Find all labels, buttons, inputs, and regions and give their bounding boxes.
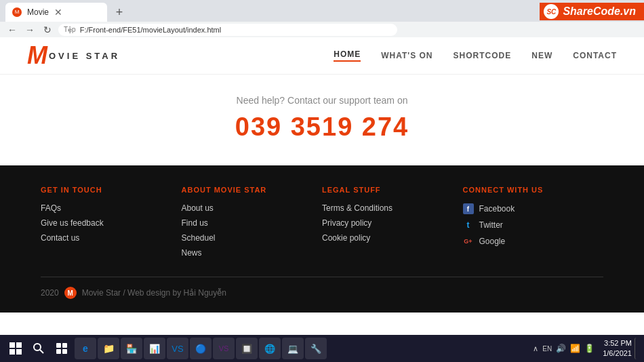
footer-copyright-text: Movie Star / Web design by Hải Nguyễn [82,288,226,298]
header: M OVIE STAR HOME WHAT'S ON SHORTCODE NEW… [0,37,644,75]
nav-home[interactable]: HOME [334,49,361,62]
start-button[interactable] [5,338,26,359]
time: 3:52 PM [603,338,632,348]
twitter-icon: t [463,220,474,230]
keyboard-icon: EN [542,345,552,353]
svg-rect-7 [62,343,67,348]
back-button[interactable]: ← [5,24,19,35]
footer-link-terms[interactable]: Terms & Conditions [322,203,463,213]
url-text: F:/Front-end/FE51/movieLayout/index.html [80,26,221,34]
taskbar-app5[interactable]: 🔲 [236,338,258,359]
task-view-button[interactable] [52,338,72,359]
facebook-label: Facebook [479,204,515,214]
logo-text: OVIE STAR [49,51,120,61]
footer-col-title-get-in-touch: GET IN TOUCH [41,186,182,194]
footer-col-title-legal: LEGAL STUFF [322,186,463,194]
footer-logo-icon: M [64,287,77,299]
date: 1/6/2021 [603,348,632,359]
browser-chrome: M Movie ✕ + ← → ↻ Tệp F:/Front-end/FE51/… [0,0,644,37]
footer-link-privacy[interactable]: Privacy policy [322,218,463,228]
footer-col-title-social: CONNECT WITH US [463,186,604,194]
url-bar[interactable]: Tệp F:/Front-end/FE51/movieLayout/index.… [58,24,397,36]
address-bar: ← → ↻ Tệp F:/Front-end/FE51/movieLayout/… [0,22,644,37]
footer-link-about-us[interactable]: About us [182,203,323,213]
battery-icon: 🔋 [584,344,595,353]
taskbar-app6[interactable]: 💻 [282,338,304,359]
facebook-icon: f [463,203,474,214]
footer-col-legal: LEGAL STUFF Terms & Conditions Privacy p… [322,186,463,263]
search-taskbar-button[interactable] [28,338,49,359]
footer-col-social: CONNECT WITH US f Facebook t Twitter G+ … [463,186,604,263]
twitter-label: Twitter [479,220,503,230]
footer-col-about: ABOUT MOVIE STAR About us Find us Schedu… [182,186,323,263]
footer-link-scheduel[interactable]: Scheduel [182,233,323,243]
svg-rect-9 [62,349,67,354]
tab-title: Movie [27,7,49,17]
nav-shortcode[interactable]: SHORTCODE [454,51,512,60]
taskbar-app1[interactable]: 📊 [144,338,165,359]
taskbar-apps: e 📁 🏪 📊 VS 🔵 VS 🔲 🌐 💻 🔧 [75,338,327,359]
footer-col-get-in-touch: GET IN TOUCH FAQs Give us feedback Conta… [41,186,182,263]
footer-link-news[interactable]: News [182,248,323,258]
svg-rect-8 [56,349,61,354]
taskbar-app4[interactable]: VS [213,338,235,359]
phone-number: 039 3519 274 [14,113,630,142]
sharecode-logo: SC [544,4,559,19]
show-desktop[interactable] [635,338,639,359]
social-twitter[interactable]: t Twitter [463,220,604,230]
sharecode-text: ShareCode.vn [563,5,636,18]
system-icons: ∧ EN 🔊 📶 🔋 [533,344,595,353]
footer-link-faqs[interactable]: FAQs [41,203,182,213]
website-content: M OVIE STAR HOME WHAT'S ON SHORTCODE NEW… [0,37,644,313]
volume-icon: 🔊 [556,344,566,353]
nav-new[interactable]: NEW [531,51,552,60]
google-label: Google [479,237,506,246]
main-nav: HOME WHAT'S ON SHORTCODE NEW CONTACT [334,49,617,62]
sharecode-badge: SC ShareCode.vn [540,3,644,20]
taskbar-app3[interactable]: 🔵 [190,338,212,359]
taskbar-edge[interactable]: e [75,338,96,359]
forward-button[interactable]: → [23,24,37,35]
taskbar-left: e 📁 🏪 📊 VS 🔵 VS 🔲 🌐 💻 🔧 [5,338,327,359]
logo: M OVIE STAR [27,43,120,68]
footer-year: 2020 [41,288,59,298]
svg-rect-3 [16,349,22,355]
svg-rect-2 [9,349,15,355]
footer-bottom: 2020 M Movie Star / Web design by Hải Ng… [41,277,603,299]
taskbar-file-explorer[interactable]: 📁 [98,338,119,359]
taskbar-app2[interactable]: VS [167,338,188,359]
taskbar-app7[interactable]: 🔧 [305,338,327,359]
support-section: Need help? Contact our support team on 0… [0,75,644,165]
network-icon: 📶 [570,344,580,353]
clock[interactable]: 3:52 PM 1/6/2021 [603,338,632,359]
tab-close-icon[interactable]: ✕ [54,7,62,18]
taskbar: e 📁 🏪 📊 VS 🔵 VS 🔲 🌐 💻 🔧 ∧ EN 🔊 📶 🔋 3:52 … [0,335,644,362]
nav-whats-on[interactable]: WHAT'S ON [381,51,432,60]
new-tab-button[interactable]: + [110,3,129,22]
system-tray: ∧ [533,344,538,353]
google-icon: G+ [463,236,474,247]
footer-link-feedback[interactable]: Give us feedback [41,218,182,228]
taskbar-store[interactable]: 🏪 [121,338,142,359]
footer-link-cookie[interactable]: Cookie policy [322,233,463,243]
support-text: Need help? Contact our support team on [14,95,630,106]
nav-contact[interactable]: CONTACT [573,51,617,60]
active-tab[interactable]: M Movie ✕ [5,3,107,22]
svg-rect-6 [56,343,61,348]
footer-col-title-about: ABOUT MOVIE STAR [182,186,323,194]
social-facebook[interactable]: f Facebook [463,203,604,214]
svg-point-4 [34,344,41,350]
svg-line-5 [40,350,43,353]
social-google[interactable]: G+ Google [463,236,604,247]
url-label: Tệp [64,26,76,33]
taskbar-right: ∧ EN 🔊 📶 🔋 3:52 PM 1/6/2021 [533,338,639,359]
svg-rect-0 [9,342,15,348]
taskbar-chrome[interactable]: 🌐 [259,338,281,359]
svg-rect-1 [16,342,22,348]
reload-button[interactable]: ↻ [41,24,54,35]
logo-m: M [27,43,47,68]
footer-columns: GET IN TOUCH FAQs Give us feedback Conta… [41,186,603,263]
footer-link-contact[interactable]: Contact us [41,233,182,243]
footer: GET IN TOUCH FAQs Give us feedback Conta… [0,165,644,313]
footer-link-find-us[interactable]: Find us [182,218,323,228]
